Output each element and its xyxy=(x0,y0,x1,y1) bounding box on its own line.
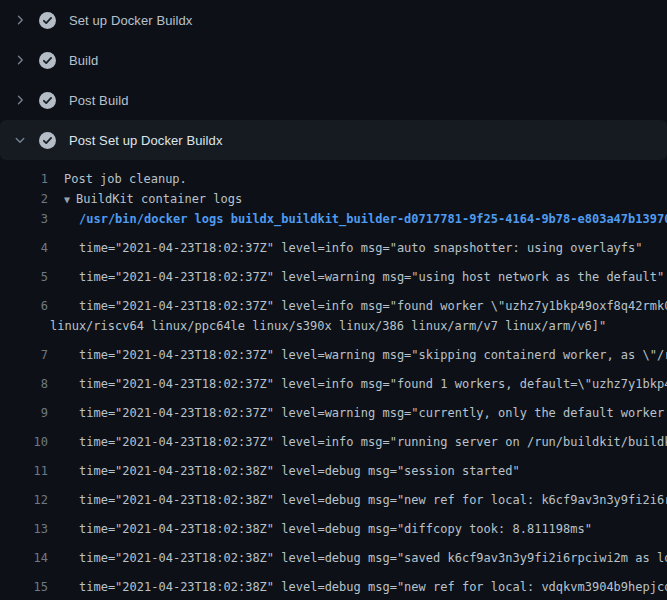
line-number xyxy=(0,316,48,336)
line-number[interactable]: 5 xyxy=(0,267,48,287)
log-text: time="2021-04-23T18:02:37Z" level=info m… xyxy=(50,238,643,258)
line-number[interactable]: 14 xyxy=(0,548,48,568)
step-label: Build xyxy=(69,53,98,68)
chevron-down-icon xyxy=(12,134,28,146)
log-text: time="2021-04-23T18:02:37Z" level=warnin… xyxy=(50,345,667,365)
log-text: Post job cleanup. xyxy=(50,169,187,189)
log-text: time="2021-04-23T18:02:37Z" level=warnin… xyxy=(50,267,664,287)
chevron-right-icon xyxy=(12,94,28,106)
log-row: 4time="2021-04-23T18:02:37Z" level=info … xyxy=(0,229,667,258)
log-row: 5time="2021-04-23T18:02:37Z" level=warni… xyxy=(0,258,667,287)
line-number[interactable]: 7 xyxy=(0,345,48,365)
chevron-right-icon xyxy=(12,54,28,66)
check-circle-icon xyxy=(39,132,56,149)
chevron-right-icon xyxy=(12,14,28,26)
log-text: time="2021-04-23T18:02:38Z" level=debug … xyxy=(50,461,520,481)
line-number[interactable]: 8 xyxy=(0,374,48,394)
step-post-set-up-docker-buildx[interactable]: Post Set up Docker Buildx xyxy=(0,120,667,160)
log-row: 14time="2021-04-23T18:02:38Z" level=debu… xyxy=(0,539,667,568)
group-toggle-icon[interactable]: ▼ xyxy=(64,194,76,205)
step-set-up-docker-buildx[interactable]: Set up Docker Buildx xyxy=(0,0,667,40)
line-number[interactable]: 2 xyxy=(0,189,48,209)
line-number[interactable]: 9 xyxy=(0,403,48,423)
step-label: Post Build xyxy=(69,93,129,108)
check-circle-icon xyxy=(39,52,56,69)
line-number[interactable]: 11 xyxy=(0,461,48,481)
log-row: 7time="2021-04-23T18:02:37Z" level=warni… xyxy=(0,336,667,365)
step-build[interactable]: Build xyxy=(0,40,667,80)
log-row: 6time="2021-04-23T18:02:37Z" level=info … xyxy=(0,287,667,316)
log-area: 1Post job cleanup.2▼ BuildKit container … xyxy=(0,160,667,600)
log-row: 10time="2021-04-23T18:02:37Z" level=info… xyxy=(0,423,667,452)
line-number[interactable]: 12 xyxy=(0,490,48,510)
log-text: time="2021-04-23T18:02:37Z" level=info m… xyxy=(50,374,667,394)
log-row: 11time="2021-04-23T18:02:38Z" level=debu… xyxy=(0,452,667,481)
log-row: 15time="2021-04-23T18:02:38Z" level=debu… xyxy=(0,568,667,597)
command-text: /usr/bin/docker logs buildx_buildkit_bui… xyxy=(50,209,667,229)
line-number[interactable]: 13 xyxy=(0,519,48,539)
line-number[interactable]: 4 xyxy=(0,238,48,258)
line-number[interactable]: 15 xyxy=(0,577,48,597)
check-circle-icon xyxy=(39,12,56,29)
log-row: 1Post job cleanup. xyxy=(0,169,667,189)
group-label: BuildKit container logs xyxy=(76,192,242,206)
step-label: Post Set up Docker Buildx xyxy=(69,133,223,148)
line-number[interactable]: 10 xyxy=(0,432,48,452)
log-row: 2▼ BuildKit container logs xyxy=(0,189,667,209)
log-row: 12time="2021-04-23T18:02:38Z" level=debu… xyxy=(0,481,667,510)
line-number[interactable]: 6 xyxy=(0,296,48,316)
log-row: linux/riscv64 linux/ppc64le linux/s390x … xyxy=(0,316,667,336)
log-row: 13time="2021-04-23T18:02:38Z" level=debu… xyxy=(0,510,667,539)
log-text: time="2021-04-23T18:02:38Z" level=debug … xyxy=(50,548,667,568)
log-text: time="2021-04-23T18:02:38Z" level=debug … xyxy=(50,490,667,510)
group-header[interactable]: ▼ BuildKit container logs xyxy=(50,189,242,209)
step-label: Set up Docker Buildx xyxy=(69,13,192,28)
log-text: time="2021-04-23T18:02:37Z" level=warnin… xyxy=(50,403,667,423)
log-text: time="2021-04-23T18:02:38Z" level=debug … xyxy=(50,577,667,597)
line-number[interactable]: 3 xyxy=(0,209,48,229)
log-row: 8time="2021-04-23T18:02:37Z" level=info … xyxy=(0,365,667,394)
log-text: linux/riscv64 linux/ppc64le linux/s390x … xyxy=(50,316,606,336)
log-row: 9time="2021-04-23T18:02:37Z" level=warni… xyxy=(0,394,667,423)
log-text: time="2021-04-23T18:02:37Z" level=info m… xyxy=(50,296,667,316)
log-row: 3/usr/bin/docker logs buildx_buildkit_bu… xyxy=(0,209,667,229)
steps-list: Set up Docker Buildx Build Post Build xyxy=(0,0,667,160)
line-number[interactable]: 1 xyxy=(0,169,48,189)
check-circle-icon xyxy=(39,92,56,109)
step-post-build[interactable]: Post Build xyxy=(0,80,667,120)
log-text: time="2021-04-23T18:02:37Z" level=info m… xyxy=(50,432,667,452)
workflow-log-viewer: Set up Docker Buildx Build Post Build xyxy=(0,0,667,600)
log-text: time="2021-04-23T18:02:38Z" level=debug … xyxy=(50,519,592,539)
